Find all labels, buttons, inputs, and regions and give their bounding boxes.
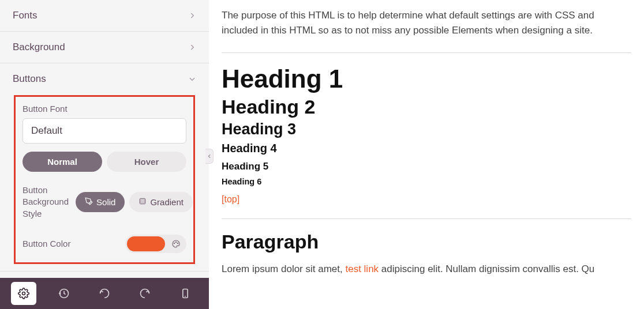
accordion-background[interactable]: Background: [0, 32, 209, 63]
bg-style-gradient[interactable]: Gradient: [129, 192, 193, 212]
highlighted-controls: Button Font Default Normal Hover: [14, 95, 195, 264]
svg-point-1: [174, 243, 174, 243]
preview-pane: The purpose of this HTML is to help dete…: [209, 0, 644, 309]
top-link[interactable]: [top]: [222, 194, 239, 204]
bg-style-row: Button Background Style Solid: [23, 184, 186, 220]
button-color-label: Button Color: [23, 239, 70, 248]
state-tabs: Normal Hover: [23, 152, 186, 172]
bg-style-group: Solid Gradient: [76, 192, 193, 212]
accordion-background-label: Background: [13, 42, 65, 53]
accordion-fonts-label: Fonts: [13, 10, 38, 21]
svg-point-3: [177, 243, 178, 243]
tab-hover[interactable]: Hover: [107, 152, 186, 172]
test-link[interactable]: test link: [345, 263, 379, 274]
toolbar-history-button[interactable]: [51, 282, 77, 305]
heading-2: Heading 2: [222, 96, 631, 118]
body-paragraph: Lorem ipsum dolor sit amet, test link ad…: [222, 261, 631, 277]
chevron-down-icon: [188, 75, 196, 83]
bg-style-label: Button Background Style: [23, 184, 69, 220]
toolbar-undo-button[interactable]: [92, 282, 117, 305]
svg-point-2: [175, 242, 176, 242]
accordion-buttons[interactable]: Buttons Button Font Default: [0, 63, 209, 272]
bg-style-solid[interactable]: Solid: [76, 192, 125, 212]
button-color-row: Button Color: [23, 235, 186, 253]
tab-normal[interactable]: Normal: [23, 152, 102, 172]
heading-5: Heading 5: [222, 161, 631, 172]
accordion-buttons-body: Button Font Default Normal Hover: [0, 93, 209, 271]
button-color-picker[interactable]: [125, 235, 186, 253]
accordion-buttons-label: Buttons: [13, 73, 46, 85]
heading-3: Heading 3: [222, 120, 631, 138]
heading-1: Heading 1: [222, 65, 631, 93]
sidebar-collapse-handle[interactable]: [205, 149, 214, 164]
sidebar-bottom-toolbar: [0, 278, 209, 309]
bg-style-solid-label: Solid: [96, 197, 115, 207]
heading-6: Heading 6: [222, 177, 631, 186]
pen-icon: [85, 197, 93, 207]
button-font-value: Default: [31, 125, 62, 137]
chevron-right-icon: [188, 43, 196, 51]
settings-sidebar: Fonts Background Buttons: [0, 0, 209, 309]
gradient-icon: [138, 197, 147, 207]
body-text-before: Lorem ipsum dolor sit amet,: [222, 263, 345, 274]
accordion-fonts[interactable]: Fonts: [0, 0, 209, 32]
toolbar-redo-button[interactable]: [132, 282, 158, 305]
divider: [222, 218, 631, 219]
divider: [222, 52, 631, 53]
toolbar-responsive-button[interactable]: [173, 282, 198, 305]
button-font-select[interactable]: Default: [23, 118, 186, 144]
sidebar-scroll: Fonts Background Buttons: [0, 0, 209, 278]
color-swatch[interactable]: [127, 236, 165, 251]
chevron-right-icon: [188, 12, 196, 20]
heading-4: Heading 4: [222, 142, 631, 155]
button-font-label: Button Font: [23, 104, 186, 114]
intro-text: The purpose of this HTML is to help dete…: [222, 8, 631, 39]
toolbar-settings-button[interactable]: [11, 282, 36, 305]
palette-icon[interactable]: [167, 236, 185, 251]
body-text-after: adipiscing elit. Nullam dignissim conval…: [379, 263, 594, 274]
bg-style-gradient-label: Gradient: [150, 197, 184, 207]
paragraph-heading: Paragraph: [222, 231, 631, 253]
svg-point-4: [23, 292, 25, 295]
